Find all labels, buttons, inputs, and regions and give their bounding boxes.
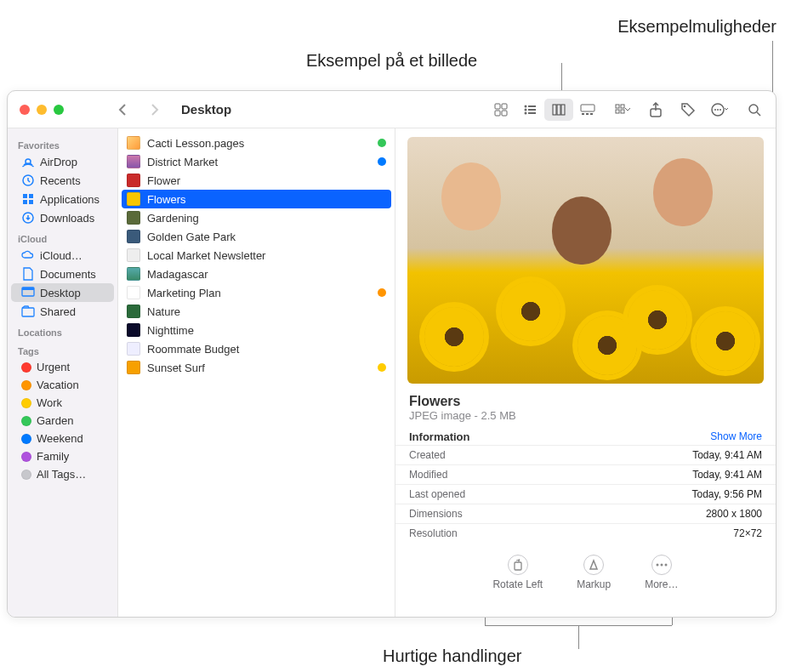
group-button[interactable]: [612, 99, 634, 121]
tag-dot-icon: [21, 398, 31, 408]
file-thumbnail-icon: [127, 211, 140, 225]
svg-rect-17: [616, 105, 619, 108]
svg-point-39: [656, 564, 658, 567]
rotate-icon: [508, 555, 528, 575]
file-thumbnail-icon: [127, 248, 140, 262]
gallery-view-button[interactable]: [573, 99, 602, 121]
search-button[interactable]: [743, 99, 765, 121]
sidebar-item-vacation[interactable]: Vacation: [11, 376, 114, 394]
sidebar-item-icloud-[interactable]: iCloud…: [11, 246, 114, 265]
file-row[interactable]: Flower: [118, 171, 395, 190]
file-thumbnail-icon: [127, 136, 140, 150]
info-key: Resolution: [409, 527, 458, 539]
share-button[interactable]: [645, 99, 667, 121]
info-key: Last opened: [409, 488, 465, 500]
sidebar-item-family[interactable]: Family: [11, 447, 114, 465]
preview-title: Flowers: [395, 390, 776, 409]
sidebar-item-desktop[interactable]: Desktop: [11, 283, 114, 302]
file-row[interactable]: District Market: [118, 152, 395, 171]
info-row: CreatedToday, 9:41 AM: [395, 445, 776, 464]
list-view-button[interactable]: [515, 99, 544, 121]
file-label: Sunset Surf: [147, 362, 373, 374]
file-label: Flower: [147, 174, 386, 187]
markup-icon: [583, 555, 604, 575]
info-label: Information: [409, 430, 470, 443]
zoom-button[interactable]: [54, 105, 64, 115]
sidebar: FavoritesAirDropRecentsApplicationsDownl…: [8, 128, 118, 617]
file-row[interactable]: Nighttime: [118, 321, 395, 339]
file-row[interactable]: Marketing Plan: [118, 283, 395, 302]
file-label: Flowers: [147, 193, 386, 206]
cloud-icon: [21, 248, 35, 262]
file-thumbnail-icon: [127, 305, 140, 318]
tag-button[interactable]: [677, 99, 699, 121]
svg-rect-37: [22, 308, 34, 316]
sidebar-item-label: Work: [37, 396, 62, 409]
file-row[interactable]: Roommate Budget: [118, 339, 395, 358]
file-row[interactable]: Flowers: [122, 190, 391, 208]
file-row[interactable]: Madagascar: [118, 265, 395, 283]
sidebar-item-label: All Tags…: [37, 468, 86, 481]
sidebar-item-garden[interactable]: Garden: [11, 412, 114, 430]
info-row: Dimensions2800 x 1800: [395, 504, 776, 523]
quick-action-rotate-left[interactable]: Rotate Left: [492, 555, 543, 590]
quick-action-label: Rotate Left: [492, 578, 543, 590]
sidebar-item-weekend[interactable]: Weekend: [11, 430, 114, 447]
window-title: Desktop: [181, 102, 231, 117]
sidebar-item-applications[interactable]: Applications: [11, 190, 114, 208]
nav-buttons: [118, 104, 174, 116]
file-row[interactable]: Nature: [118, 302, 395, 321]
action-button[interactable]: [709, 99, 731, 121]
svg-point-40: [660, 564, 663, 567]
info-row: Resolution72×72: [395, 523, 776, 543]
file-label: Roommate Budget: [147, 343, 386, 356]
svg-point-22: [684, 105, 686, 107]
info-header: Information Show More: [395, 429, 776, 445]
file-thumbnail-icon: [127, 361, 140, 374]
sidebar-header: Tags: [8, 339, 117, 358]
quick-action-markup[interactable]: Markup: [577, 555, 611, 590]
sidebar-item-shared[interactable]: Shared: [11, 302, 114, 321]
sidebar-item-downloads[interactable]: Downloads: [11, 208, 114, 227]
svg-rect-33: [29, 200, 33, 204]
sidebar-item-label: Applications: [40, 193, 100, 206]
preview-subtitle: JPEG image - 2.5 MB: [395, 409, 776, 429]
tag-dot-icon: [21, 470, 31, 480]
file-thumbnail-icon: [127, 286, 140, 299]
apps-icon: [21, 192, 35, 206]
sidebar-item-label: Desktop: [40, 287, 81, 299]
svg-rect-7: [528, 109, 536, 111]
sidebar-item-all-tags-[interactable]: All Tags…: [11, 465, 114, 483]
svg-point-6: [525, 108, 527, 111]
svg-point-8: [525, 111, 527, 114]
file-row[interactable]: Local Market Newsletter: [118, 246, 395, 265]
sidebar-item-recents[interactable]: Recents: [11, 171, 114, 190]
file-row[interactable]: Gardening: [118, 208, 395, 227]
info-key: Modified: [409, 469, 447, 481]
file-row[interactable]: Sunset Surf: [118, 358, 395, 377]
sidebar-item-label: Recents: [40, 174, 81, 187]
sidebar-item-urgent[interactable]: Urgent: [11, 358, 114, 376]
sidebar-item-work[interactable]: Work: [11, 394, 114, 412]
svg-rect-19: [616, 110, 619, 113]
sidebar-item-airdrop[interactable]: AirDrop: [11, 152, 114, 171]
back-button[interactable]: [118, 104, 142, 116]
file-thumbnail-icon: [127, 323, 140, 337]
svg-rect-1: [502, 104, 507, 109]
forward-button[interactable]: [151, 104, 174, 116]
svg-point-26: [720, 109, 721, 111]
doc-icon: [21, 267, 35, 281]
minimize-button[interactable]: [37, 105, 47, 115]
show-more-link[interactable]: Show More: [710, 430, 762, 443]
svg-rect-20: [621, 110, 624, 113]
close-button[interactable]: [20, 105, 30, 115]
file-row[interactable]: Cacti Lesson.pages: [118, 134, 395, 152]
preview-image: [407, 137, 764, 384]
column-view-button[interactable]: [544, 99, 573, 121]
sidebar-item-label: Shared: [40, 305, 76, 318]
icon-view-button[interactable]: [486, 99, 515, 121]
info-value: 72×72: [733, 527, 762, 539]
file-row[interactable]: Golden Gate Park: [118, 227, 395, 246]
quick-action-more-[interactable]: More…: [645, 555, 678, 590]
sidebar-item-documents[interactable]: Documents: [11, 265, 114, 283]
